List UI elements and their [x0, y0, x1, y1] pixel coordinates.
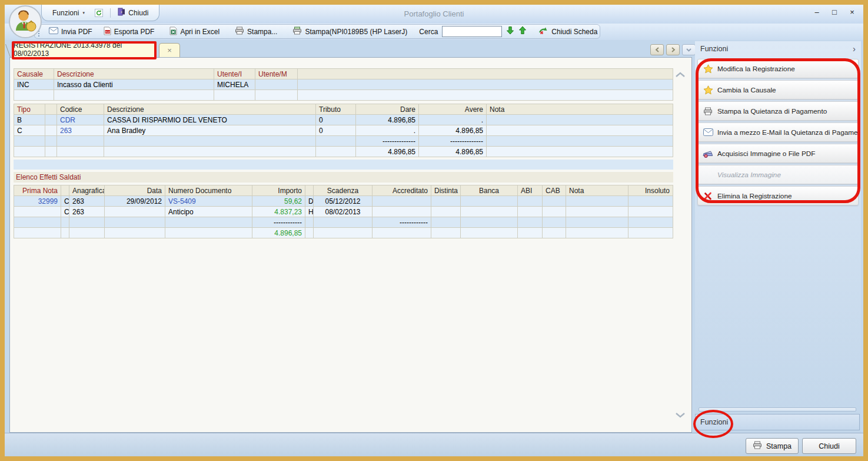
- column-header[interactable]: Nota: [487, 104, 673, 115]
- table-row[interactable]: C263Anticipo4.837,23H08/02/2013: [14, 207, 673, 217]
- sidebar-item: Visualizza Immagine: [697, 165, 859, 184]
- column-header[interactable]: Tributo: [316, 104, 356, 115]
- table-row[interactable]: BCDRCASSA DI RISPARMIO DEL VENETO04.896,…: [14, 115, 673, 125]
- table-cell: [518, 228, 543, 238]
- table-cell: [543, 217, 566, 228]
- table-cell: [14, 136, 45, 147]
- refresh-icon[interactable]: [91, 8, 107, 18]
- column-header[interactable]: [305, 185, 314, 196]
- minimize-button[interactable]: –: [813, 8, 821, 16]
- table-cell: [566, 196, 628, 207]
- column-header[interactable]: Descrizione: [54, 69, 214, 79]
- tab-scroll-right-button[interactable]: [666, 44, 680, 55]
- column-header[interactable]: Data: [105, 185, 165, 196]
- table-row[interactable]: 4.896,85: [14, 228, 673, 238]
- table-cell: [628, 207, 673, 217]
- table-cell: 4.896,85: [419, 147, 487, 157]
- column-header[interactable]: ABI: [518, 185, 543, 196]
- footer-stampa-button[interactable]: Stampa: [746, 438, 799, 454]
- stampa-printer-button[interactable]: Stampa(NPI0189B5 (HP LaserJ): [289, 25, 411, 38]
- table-cell: [255, 90, 298, 101]
- funzioni-menu-label: Funzioni: [52, 9, 79, 17]
- scroll-down-icon[interactable]: [675, 410, 686, 420]
- table-cell: [461, 196, 518, 207]
- tab-list-button[interactable]: [682, 44, 696, 55]
- column-header[interactable]: Banca: [461, 185, 518, 196]
- stampa-label: Stampa...: [247, 28, 277, 36]
- sidebar-item[interactable]: Stampa la Quietanza di Pagamento: [697, 101, 859, 121]
- column-header[interactable]: CAB: [543, 185, 566, 196]
- esporta-pdf-button[interactable]: PDF Esporta PDF: [100, 25, 158, 38]
- effetti-section-title: Elenco Effetti Saldati: [14, 172, 673, 183]
- column-header[interactable]: Descrizione: [104, 104, 316, 115]
- search-next-icon[interactable]: [506, 26, 514, 37]
- window-controls: – □ ×: [813, 8, 856, 16]
- table-cell: [104, 147, 316, 157]
- search-prev-icon[interactable]: [518, 26, 527, 37]
- tab-scroll-left-button[interactable]: [650, 44, 664, 55]
- table-cell: [14, 90, 54, 101]
- column-header[interactable]: Utente/I: [214, 69, 255, 79]
- scroll-up-icon[interactable]: [675, 69, 686, 80]
- table-cell: [566, 217, 628, 228]
- table-cell: ------------: [252, 217, 305, 228]
- column-header[interactable]: Distinta: [431, 185, 461, 196]
- invia-pdf-button[interactable]: Invia PDF: [45, 26, 96, 37]
- sidebar-item-label: Cambia la Causale: [717, 86, 776, 94]
- sidebar-item[interactable]: Cambia la Causale: [697, 80, 859, 100]
- dropdown-arrow-icon: ▼: [82, 11, 85, 15]
- table-cell: [54, 90, 214, 101]
- table-cell: [57, 147, 104, 157]
- table-row[interactable]: C263Ana Bradley0.4.896,85: [14, 125, 673, 136]
- table-row[interactable]: [14, 90, 673, 101]
- column-header[interactable]: Insoluto: [628, 185, 673, 196]
- table-row[interactable]: 32999C26329/09/2012VS-540959,62D05/12/20…: [14, 196, 673, 207]
- tab-registrazione[interactable]: REGISTRAZIONE 2013.43978 del 08/02/2013: [13, 41, 157, 57]
- table-row[interactable]: 4.896,854.896,85: [14, 147, 673, 157]
- table-row[interactable]: INCIncasso da ClientiMICHELA: [14, 79, 673, 90]
- table-row[interactable]: ----------------------------: [14, 136, 673, 147]
- apri-in-excel-button[interactable]: Apri in Excel: [166, 25, 223, 38]
- chiudi-scheda-button[interactable]: Chiudi Scheda: [535, 25, 601, 38]
- sidebar-item-list: Modifica la RegistrazioneCambia la Causa…: [697, 59, 859, 205]
- sidebar-item[interactable]: Modifica la Registrazione: [697, 59, 859, 78]
- column-header[interactable]: Tipo: [14, 104, 45, 115]
- column-header[interactable]: Accreditato: [373, 185, 431, 196]
- chiudi-menu-button[interactable]: Chiudi: [114, 6, 152, 19]
- sidebar-item[interactable]: Acquisisci Immagine o File PDF: [697, 144, 859, 163]
- sidebar-header[interactable]: Funzioni ›: [695, 41, 861, 56]
- sidebar-item[interactable]: Invia a mezzo E-Mail la Quietanza di Pag…: [697, 122, 859, 142]
- column-header[interactable]: [45, 104, 57, 115]
- column-header[interactable]: [61, 185, 69, 196]
- footer-chiudi-button[interactable]: Chiudi: [802, 438, 856, 454]
- column-header[interactable]: Numero Documento: [165, 185, 252, 196]
- table-cell: [305, 228, 314, 238]
- sidebar-item[interactable]: Elimina la Registrazione: [697, 186, 859, 205]
- column-header[interactable]: Anagrafica: [69, 185, 105, 196]
- sidebar-splitter[interactable]: [699, 407, 856, 412]
- table-cell: CDR: [57, 115, 104, 125]
- maximize-button[interactable]: □: [830, 8, 839, 16]
- column-header[interactable]: Importo: [252, 185, 305, 196]
- tab-close-button[interactable]: ×: [159, 43, 180, 57]
- column-header[interactable]: [298, 69, 673, 79]
- search-input[interactable]: [442, 26, 502, 37]
- funzioni-menu-button[interactable]: Funzioni ▼: [49, 8, 89, 18]
- column-header[interactable]: Codice: [57, 104, 104, 115]
- sidebar-footer-funzioni[interactable]: Funzioni: [695, 414, 860, 430]
- column-header[interactable]: Causale: [14, 69, 54, 79]
- table-cell: [373, 196, 431, 207]
- column-header[interactable]: Prima Nota: [14, 185, 61, 196]
- column-header[interactable]: Avere: [419, 104, 487, 115]
- table-row[interactable]: ------------------------: [14, 217, 673, 228]
- column-header[interactable]: Dare: [356, 104, 419, 115]
- column-header[interactable]: Scadenza: [314, 185, 373, 196]
- excel-icon: [169, 26, 177, 37]
- table-cell: [14, 207, 61, 217]
- sidebar-item-label: Elimina la Registrazione: [717, 192, 792, 200]
- column-header[interactable]: Nota: [566, 185, 628, 196]
- table-cell: [518, 207, 543, 217]
- stampa-button[interactable]: Stampa...: [231, 25, 281, 38]
- close-button[interactable]: ×: [848, 8, 856, 16]
- column-header[interactable]: Utente/M: [255, 69, 298, 79]
